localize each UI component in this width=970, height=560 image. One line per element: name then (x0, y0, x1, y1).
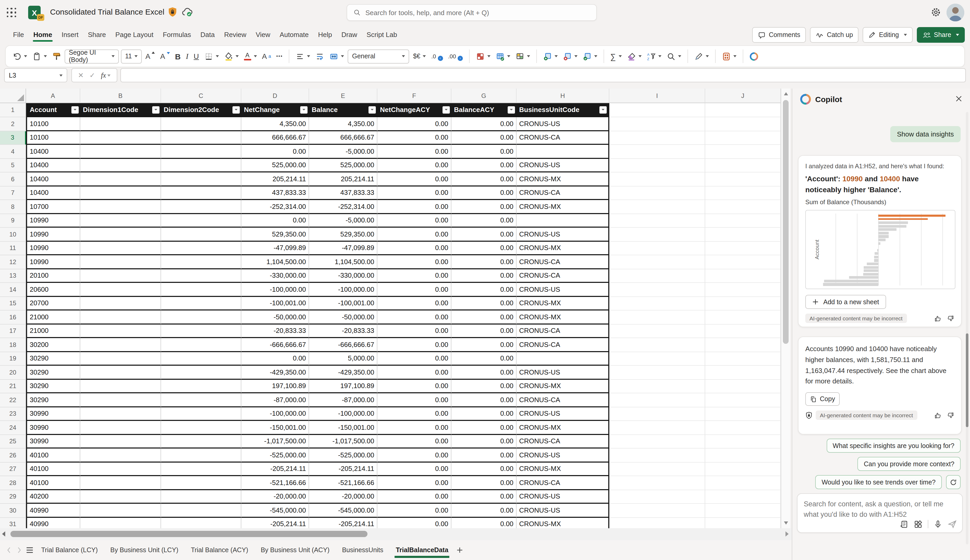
cell[interactable]: 0.00 (451, 393, 516, 407)
column-header-D[interactable]: D (241, 88, 309, 103)
cell[interactable] (705, 448, 781, 462)
comments-button[interactable]: Comments (752, 27, 806, 43)
catch-up-button[interactable]: Catch up (810, 27, 859, 43)
cell[interactable] (705, 476, 781, 490)
cell[interactable] (161, 269, 241, 283)
cell[interactable] (705, 338, 781, 352)
cell[interactable] (161, 338, 241, 352)
horizontal-scrollbar[interactable] (0, 528, 792, 540)
currency-format-button[interactable]: $€ (411, 48, 427, 64)
cell[interactable] (80, 352, 161, 366)
delete-cells-button[interactable] (561, 48, 579, 64)
cell[interactable] (161, 283, 241, 297)
sort-filter-button[interactable]: AZ (645, 48, 663, 64)
cell[interactable]: -100,000.00 (241, 407, 309, 421)
cell[interactable]: -87,000.00 (309, 393, 377, 407)
cell[interactable]: 0.00 (377, 172, 451, 186)
cell[interactable] (161, 407, 241, 421)
menu-item-help[interactable]: Help (313, 25, 337, 43)
cell[interactable]: 437,833.33 (309, 186, 377, 200)
row-header[interactable]: 19 (0, 352, 26, 366)
cell[interactable] (80, 490, 161, 504)
cell[interactable]: -100,000.00 (309, 283, 377, 297)
cell[interactable] (705, 145, 781, 158)
cell[interactable]: 0.00 (451, 117, 516, 131)
cell[interactable] (80, 145, 161, 158)
cell[interactable]: 1,104,500.00 (241, 255, 309, 269)
cell[interactable]: 10990 (26, 242, 80, 255)
share-button[interactable]: Share (917, 27, 965, 43)
cell[interactable]: -50,000.00 (241, 310, 309, 324)
filter-button[interactable] (369, 106, 376, 113)
cell[interactable]: 437,833.33 (241, 186, 309, 200)
cell[interactable] (161, 352, 241, 366)
show-data-insights-chip[interactable]: Show data insights (890, 126, 961, 142)
cell[interactable]: 10400 (26, 158, 80, 172)
table-header-Account[interactable]: Account (26, 103, 80, 117)
cell[interactable] (705, 158, 781, 172)
cell[interactable] (80, 504, 161, 518)
cell[interactable]: 0.00 (377, 186, 451, 200)
column-header-G[interactable]: G (451, 88, 516, 103)
cell[interactable]: 0.00 (451, 448, 516, 462)
cell[interactable] (80, 214, 161, 228)
cell[interactable]: 0.00 (451, 421, 516, 435)
menu-item-formulas[interactable]: Formulas (158, 25, 196, 43)
filter-button[interactable] (72, 106, 79, 113)
cell[interactable] (80, 131, 161, 145)
microphone-icon[interactable] (933, 520, 942, 528)
cell[interactable]: -100,000.00 (241, 283, 309, 297)
cell[interactable] (609, 407, 705, 421)
select-all-corner[interactable] (0, 88, 26, 103)
copilot-button[interactable] (748, 48, 760, 64)
cell[interactable]: 0.00 (377, 324, 451, 338)
cell[interactable] (80, 324, 161, 338)
cell[interactable]: 0.00 (451, 324, 516, 338)
cell[interactable] (161, 435, 241, 448)
ribbon-collapse-button[interactable] (956, 48, 959, 64)
fill-color-button[interactable] (222, 48, 240, 64)
cell[interactable] (609, 103, 705, 117)
cell[interactable] (161, 393, 241, 407)
cell[interactable]: -252,314.00 (309, 200, 377, 214)
sheet-tab-businessunits[interactable]: BusinessUnits (336, 540, 389, 560)
cell[interactable] (80, 158, 161, 172)
cell[interactable] (161, 462, 241, 476)
cell[interactable]: CRONUS-MX (516, 242, 609, 255)
menu-item-home[interactable]: Home (29, 25, 57, 43)
cell[interactable]: 0.00 (451, 186, 516, 200)
cell[interactable] (705, 380, 781, 393)
row-header[interactable]: 27 (0, 462, 26, 476)
cell[interactable]: CRONUS-MX (516, 297, 609, 310)
cell[interactable] (161, 490, 241, 504)
cell[interactable]: -545,000.00 (241, 504, 309, 518)
cell[interactable] (705, 324, 781, 338)
cell[interactable] (705, 117, 781, 131)
row-header[interactable]: 14 (0, 283, 26, 297)
cell[interactable]: 0.00 (377, 338, 451, 352)
cell[interactable]: -525,000.00 (309, 448, 377, 462)
cell[interactable]: CRONUS-MX (516, 421, 609, 435)
row-header[interactable]: 17 (0, 324, 26, 338)
underline-button[interactable]: U (192, 48, 200, 64)
cell[interactable]: CRONUS-US (516, 366, 609, 380)
cell[interactable] (705, 200, 781, 214)
cell[interactable]: 40100 (26, 476, 80, 490)
suggestion-chip[interactable]: What specific insights are you looking f… (826, 438, 961, 453)
cell[interactable]: 1,104,500.00 (309, 255, 377, 269)
suggestion-chip[interactable]: Can you provide more context? (858, 457, 961, 471)
cell[interactable] (705, 242, 781, 255)
cell[interactable]: 0.00 (451, 228, 516, 242)
cell[interactable] (609, 380, 705, 393)
cell[interactable] (80, 310, 161, 324)
cell[interactable] (80, 421, 161, 435)
cell[interactable]: -1,017,500.00 (309, 435, 377, 448)
cell[interactable]: -87,000.00 (241, 393, 309, 407)
cell[interactable] (80, 476, 161, 490)
cell[interactable] (80, 462, 161, 476)
cell[interactable]: 0.00 (451, 131, 516, 145)
cell[interactable]: 0.00 (451, 407, 516, 421)
table-header-BalanceACY[interactable]: BalanceACY (451, 103, 516, 117)
cell[interactable] (609, 172, 705, 186)
cell[interactable] (161, 145, 241, 158)
